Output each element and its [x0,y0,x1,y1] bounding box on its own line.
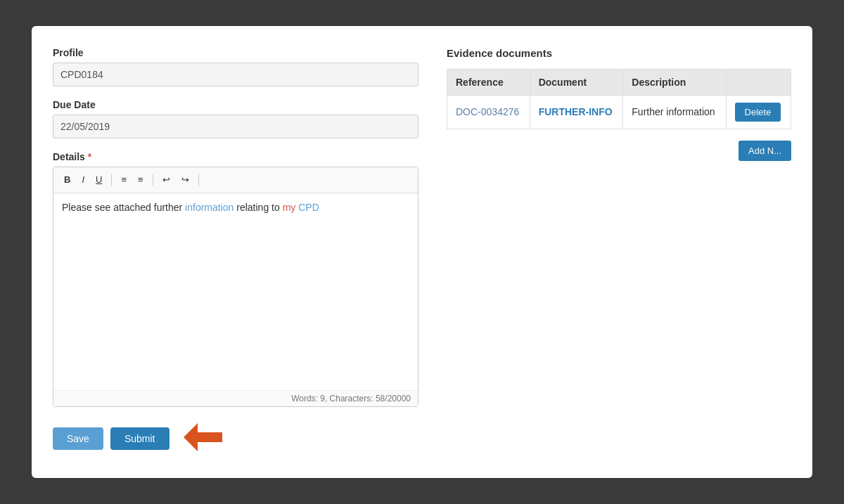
col-description: Description [623,69,726,95]
button-row: Save Submit [53,420,418,457]
undo-button[interactable]: ↩ [158,172,175,188]
separator-2 [153,174,153,186]
evidence-table: Reference Document Description DOC-00342… [447,69,791,129]
editor-toolbar: B I U ≡ ≡ ↩ ↪ [53,167,418,193]
main-card: Profile Due Date Details * B I U ≡ [32,26,812,478]
unordered-list-button[interactable]: ≡ [133,172,148,188]
add-new-button[interactable]: Add N... [738,141,791,161]
profile-group: Profile [53,47,418,86]
svg-marker-0 [184,423,222,451]
details-editor: B I U ≡ ≡ ↩ ↪ Please see attached furthe… [53,167,418,407]
details-content-area[interactable]: Please see attached further information … [53,193,418,390]
right-panel: Evidence documents Reference Document De… [447,47,791,457]
bold-button[interactable]: B [59,172,75,188]
delete-button[interactable]: Delete [735,103,781,122]
due-date-label: Due Date [53,99,418,110]
col-reference: Reference [447,69,530,95]
submit-button[interactable]: Submit [110,427,170,450]
document-link[interactable]: FURTHER-INFO [539,106,613,117]
cell-delete: Delete [726,95,791,129]
italic-button[interactable]: I [77,172,89,188]
details-label: Details * [53,151,418,162]
table-row: DOC-0034276 FURTHER-INFO Further informa… [447,95,791,129]
table-header-row: Reference Document Description [447,69,791,95]
cell-document: FURTHER-INFO [530,95,623,129]
separator-3 [198,174,199,186]
profile-label: Profile [53,47,418,58]
save-button[interactable]: Save [53,427,103,450]
underline-button[interactable]: U [91,172,107,188]
redo-button[interactable]: ↪ [177,172,194,188]
left-panel: Profile Due Date Details * B I U ≡ [53,47,418,457]
evidence-title: Evidence documents [447,47,791,59]
col-document: Document [530,69,623,95]
details-group: Details * B I U ≡ ≡ ↩ ↪ [53,151,418,407]
due-date-group: Due Date [53,99,418,138]
required-indicator: * [88,151,91,162]
cell-description: Further information [623,95,726,129]
col-actions [726,69,791,95]
word-count: Words: 9, Characters: 58/20000 [53,390,418,406]
cell-reference: DOC-0034276 [447,95,530,129]
due-date-input[interactable] [53,115,418,138]
arrow-indicator [184,420,226,457]
ordered-list-button[interactable]: ≡ [116,172,132,188]
separator-1 [111,174,112,186]
profile-input[interactable] [53,63,418,86]
evidence-section: Evidence documents Reference Document De… [447,47,791,129]
